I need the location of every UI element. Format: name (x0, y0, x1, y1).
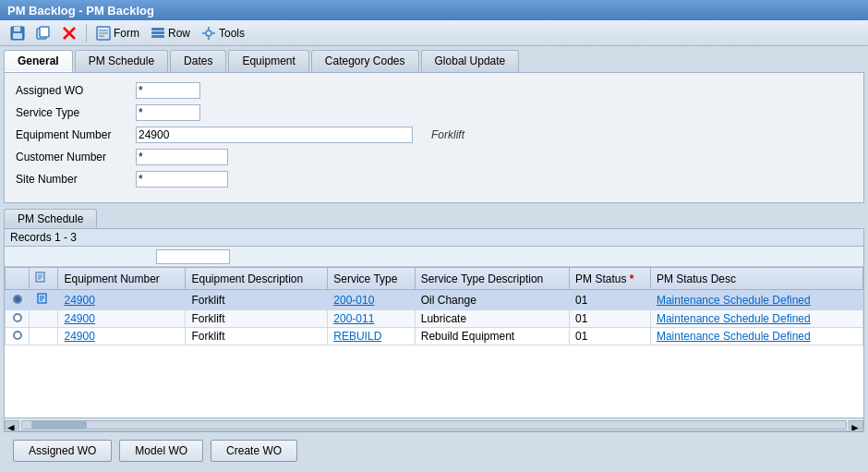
radio-cell-2[interactable] (6, 328, 30, 345)
row-label: Row (168, 27, 190, 40)
table-row[interactable]: 24900 Forklift REBUILD Rebuild Equipment… (6, 328, 863, 345)
scrollbar-track[interactable] (21, 420, 847, 430)
col-header-pm-status-desc: PM Status Desc (650, 268, 862, 290)
svg-rect-12 (151, 31, 164, 34)
col-header-radio (6, 268, 30, 290)
service-type-input[interactable] (136, 104, 200, 121)
radio-btn-0[interactable] (13, 295, 22, 304)
service-type-cell-1: 200-011 (328, 310, 415, 328)
service-type-desc-cell-2: Rebuild Equipment (415, 328, 569, 345)
edit-icon-cell-2 (30, 328, 58, 345)
bottom-bar: Assigned WO Model WO Create WO (4, 431, 864, 468)
col-header-edit (30, 268, 58, 290)
btn-create-wo[interactable]: Create WO (211, 440, 297, 462)
save-button[interactable] (6, 24, 30, 42)
site-number-label: Site Number (16, 173, 136, 186)
svg-rect-2 (13, 33, 22, 39)
main-content: General PM Schedule Dates Equipment Cate… (0, 46, 868, 472)
row-icon (151, 26, 165, 41)
svg-rect-11 (151, 28, 164, 30)
table-row[interactable]: 24900 Forklift 200-010 Oil Change 01 Mai… (6, 290, 863, 310)
customer-number-label: Customer Number (16, 151, 136, 163)
tab-equipment[interactable]: Equipment (228, 50, 308, 72)
service-type-row: Service Type (16, 104, 852, 121)
pm-schedule-tab-bar: PM Schedule (4, 209, 864, 228)
svg-point-14 (206, 30, 211, 36)
grid-scroll-wrapper[interactable]: Equipment Number Equipment Description S… (5, 267, 863, 418)
service-type-cell-2: REBUILD (328, 328, 415, 345)
customer-number-input[interactable] (136, 149, 228, 165)
pm-schedule-inner-tab[interactable]: PM Schedule (4, 209, 97, 228)
delete-button[interactable] (57, 24, 81, 42)
pm-status-cell-0: 01 (570, 290, 651, 310)
customer-number-row: Customer Number (16, 149, 852, 165)
pm-status-desc-cell-1: Maintenance Schedule Defined (650, 310, 862, 328)
site-number-input[interactable] (136, 171, 228, 188)
equip-desc-cell-2: Forklift (186, 328, 328, 345)
equipment-number-input[interactable] (136, 127, 413, 143)
form-label: Form (114, 27, 139, 40)
btn-assigned-wo[interactable]: Assigned WO (13, 440, 112, 462)
form-panel: Assigned WO Service Type Equipment Numbe… (4, 72, 864, 203)
equipment-number-label: Equipment Number (16, 128, 136, 141)
pm-status-cell-1: 01 (570, 310, 651, 328)
grid-section: PM Schedule Records 1 - 3 (4, 209, 864, 431)
service-type-cell-0: 200-010 (328, 290, 415, 310)
assigned-wo-label: Assigned WO (16, 84, 136, 97)
scroll-left-btn[interactable]: ◄ (5, 420, 19, 430)
save-icon (10, 26, 25, 41)
tab-category-codes[interactable]: Category Codes (311, 50, 419, 72)
table-row[interactable]: 24900 Forklift 200-011 Lubricate 01 Main… (6, 310, 863, 328)
tab-general[interactable]: General (4, 50, 73, 72)
tab-pm-schedule[interactable]: PM Schedule (75, 50, 168, 72)
pm-status-desc-cell-0: Maintenance Schedule Defined (650, 290, 862, 310)
scrollbar-thumb[interactable] (31, 421, 87, 429)
service-type-desc-cell-0: Oil Change (415, 290, 569, 310)
tab-dates[interactable]: Dates (170, 50, 226, 72)
grid-container: Records 1 - 3 (4, 228, 864, 431)
grid-filter-input[interactable] (156, 249, 230, 264)
radio-btn-1[interactable] (13, 313, 22, 322)
col-header-equip-desc: Equipment Description (186, 268, 328, 290)
title-bar: PM Backlog - PM Backlog (0, 0, 868, 20)
svg-rect-1 (14, 27, 20, 31)
records-label: Records 1 - 3 (5, 229, 863, 247)
equipment-number-row: Equipment Number Forklift (16, 127, 852, 143)
service-type-desc-cell-1: Lubricate (415, 310, 569, 328)
svg-rect-13 (151, 35, 164, 38)
svg-rect-4 (40, 27, 49, 37)
data-table: Equipment Number Equipment Description S… (5, 267, 863, 345)
btn-model-wo[interactable]: Model WO (119, 440, 203, 462)
equip-num-cell-2: 24900 (58, 328, 186, 345)
edit-icon-cell-0 (30, 290, 58, 310)
table-header-row: Equipment Number Equipment Description S… (6, 268, 863, 290)
row-button[interactable]: Row (146, 24, 195, 42)
title-text: PM Backlog - PM Backlog (7, 4, 154, 18)
col-header-service-type: Service Type (328, 268, 415, 290)
delete-icon (62, 26, 77, 41)
assigned-wo-input[interactable] (136, 82, 200, 99)
scroll-right-btn[interactable]: ► (849, 420, 863, 430)
assigned-wo-row: Assigned WO (16, 82, 852, 99)
service-type-label: Service Type (16, 106, 136, 119)
radio-cell-0[interactable] (6, 290, 30, 310)
tools-button[interactable]: Tools (197, 24, 249, 42)
tab-bar: General PM Schedule Dates Equipment Cate… (4, 50, 864, 72)
site-number-row: Site Number (16, 171, 852, 188)
col-header-equip-num: Equipment Number (58, 268, 186, 290)
form-icon (96, 26, 111, 41)
equip-num-cell-1: 24900 (58, 310, 186, 328)
equip-desc-cell-0: Forklift (186, 290, 328, 310)
tools-label: Tools (219, 27, 245, 40)
form-button[interactable]: Form (91, 24, 144, 42)
equip-num-cell-0: 24900 (58, 290, 186, 310)
separator-1 (86, 24, 87, 42)
copy-button[interactable] (31, 24, 55, 42)
equipment-description: Forklift (431, 128, 464, 141)
tools-icon (201, 26, 216, 41)
radio-cell-1[interactable] (6, 310, 30, 328)
copy-icon (36, 26, 51, 41)
horizontal-scrollbar[interactable]: ◄ ► (5, 418, 863, 430)
tab-global-update[interactable]: Global Update (421, 50, 520, 72)
radio-btn-2[interactable] (13, 331, 22, 340)
